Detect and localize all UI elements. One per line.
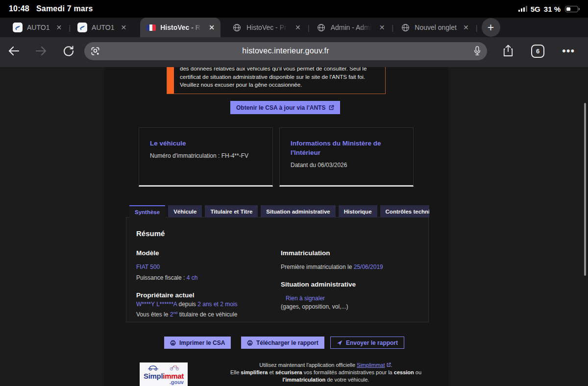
warning-line: certificat de situation administrative d… xyxy=(180,73,378,81)
tab-vehicule[interactable]: Véhicule xyxy=(168,205,202,217)
immatriculation-heading: Immatriculation xyxy=(281,249,418,257)
warning-accent-bar xyxy=(167,65,174,94)
tab-situation-administrative[interactable]: Situation administrative xyxy=(261,205,335,217)
menu-icon[interactable]: ••• xyxy=(562,48,575,53)
footer-bold: sécurisera xyxy=(275,369,302,375)
page-content: des données relatives aux véhicules qu'i… xyxy=(0,65,588,386)
ministry-card-body: Datant du 06/03/2026 xyxy=(291,162,402,169)
ministry-card-title: Informations du Ministère de l'Intérieur xyxy=(291,139,402,157)
tab-controles-techniques[interactable]: Contrôles techniques xyxy=(380,205,429,217)
browser-tab-auto1-1[interactable]: AUTO1 ✕ xyxy=(7,18,68,37)
url-text[interactable]: histovec.interieur.gouv.fr xyxy=(84,47,487,55)
browser-tab-title: AUTO1 xyxy=(27,24,49,31)
csa-ants-button[interactable]: Obtenir le CSA à jour via l'ANTS xyxy=(230,101,340,114)
browser-tab-histovec-active[interactable]: HistoVec - Rap ✕ xyxy=(140,18,220,37)
print-csa-label: Imprimer le CSA xyxy=(179,339,225,346)
report-tabs: Synthèse Véhicule Titulaire et Titre Sit… xyxy=(129,205,429,217)
first-registration-label: Première immatriculation le xyxy=(281,264,354,270)
send-report-label: Envoyer le rapport xyxy=(346,339,398,346)
url-bar[interactable]: histovec.interieur.gouv.fr xyxy=(84,42,487,60)
browser-tab-title: HistoVec - Rap xyxy=(160,24,202,31)
tab-synthese[interactable]: Synthèse xyxy=(129,205,165,217)
status-bar: 10:48 Samedi 7 mars 5G 31 % xyxy=(0,0,588,18)
status-date: Samedi 7 mars xyxy=(36,4,93,13)
owner-rank-suffix: titulaire de ce véhicule xyxy=(177,311,237,318)
globe-icon xyxy=(232,23,242,32)
footer-line2: et xyxy=(268,369,275,375)
close-icon[interactable]: ✕ xyxy=(377,23,387,32)
new-tab-button[interactable]: + xyxy=(482,18,500,37)
simplimmat-link[interactable]: Simplimmat xyxy=(357,362,385,368)
tab-divider: | xyxy=(68,24,72,32)
send-report-button[interactable]: Envoyer le rapport xyxy=(330,337,404,349)
lens-icon[interactable] xyxy=(91,47,100,56)
auto1-favicon xyxy=(77,23,87,32)
print-csa-button[interactable]: Imprimer le CSA xyxy=(164,337,231,349)
signal-icon xyxy=(518,6,527,12)
browser-tab-strip: AUTO1 ✕ | AUTO1 ✕ HistoVec - Rap ✕ Histo… xyxy=(0,18,588,37)
forward-icon[interactable] xyxy=(27,46,55,56)
globe-icon xyxy=(317,23,326,32)
network-type: 5G xyxy=(531,5,540,13)
tab-divider: | xyxy=(475,24,479,32)
warning-banner: des données relatives aux véhicules qu'i… xyxy=(167,65,386,94)
fiscal-power-label: Puissance fiscale : xyxy=(136,274,187,281)
owner-since-label: depuis xyxy=(177,301,197,308)
owner-heading: Propriétaire actuel xyxy=(136,291,281,299)
close-icon[interactable]: ✕ xyxy=(119,23,129,32)
external-link-icon xyxy=(329,105,334,110)
close-icon[interactable]: ✕ xyxy=(207,23,217,32)
send-icon xyxy=(337,340,343,346)
footer-bold: simplifiera xyxy=(241,369,268,375)
footer-bold: l'immatriculation xyxy=(283,377,326,383)
simplimmat-logo: Simplimmat .gouv xyxy=(140,362,188,386)
situation-status: Rien à signaler xyxy=(286,295,325,302)
browser-tab-nouvel-onglet[interactable]: Nouvel onglet ✕ xyxy=(394,18,474,37)
report-actions: Imprimer le CSA Télécharger le rapport E… xyxy=(0,337,588,350)
tab-count-label: 6 xyxy=(531,45,544,58)
reload-icon[interactable] xyxy=(55,45,82,57)
owner-masked-name: W****Y L******A xyxy=(136,301,177,308)
vehicle-card: Le véhicule Numéro d'immatriculation : F… xyxy=(139,127,273,187)
first-registration-date: 25/06/2019 xyxy=(354,264,383,270)
mic-icon[interactable] xyxy=(474,46,481,56)
browser-tab-title: AUTO1 xyxy=(92,24,114,31)
share-icon[interactable] xyxy=(503,45,514,57)
model-name-link[interactable]: FIAT 500 xyxy=(136,264,160,270)
tab-titulaire-titre[interactable]: Titulaire et Titre xyxy=(205,205,258,217)
page-top-strip xyxy=(0,65,588,67)
clock: 10:48 xyxy=(9,4,29,13)
browser-tab-title: Admin - Admin xyxy=(331,24,373,31)
owner-rank-prefix: Vous êtes le xyxy=(136,311,170,318)
tab-count-button[interactable]: 6 xyxy=(531,45,544,58)
tab-historique[interactable]: Historique xyxy=(339,205,377,217)
vehicle-card-title: Le véhicule xyxy=(150,139,262,148)
battery-icon xyxy=(565,6,578,12)
auto1-favicon xyxy=(13,23,23,32)
synthese-panel: Résumé Modèle FIAT 500 Puissance fiscale… xyxy=(126,217,429,322)
download-report-button[interactable]: Télécharger le rapport xyxy=(241,337,324,349)
back-icon[interactable] xyxy=(0,46,27,56)
warning-line: Veuillez nous excuser pour la gêne occas… xyxy=(180,81,378,89)
browser-tab-histovec-pro[interactable]: HistoVec - Pro ✕ xyxy=(226,18,307,37)
browser-tab-admin[interactable]: Admin - Admin ✕ xyxy=(311,18,391,37)
csa-ants-label: Obtenir le CSA à jour via l'ANTS xyxy=(236,104,325,111)
close-icon[interactable]: ✕ xyxy=(461,23,471,32)
close-icon[interactable]: ✕ xyxy=(54,23,64,32)
browser-toolbar: histovec.interieur.gouv.fr 6 ••• xyxy=(0,37,588,65)
model-heading: Modèle xyxy=(136,249,281,257)
footer-bold: cession xyxy=(394,369,414,375)
french-flag-favicon xyxy=(146,23,156,32)
browser-tab-auto1-2[interactable]: AUTO1 ✕ xyxy=(72,18,132,37)
browser-tab-title: HistoVec - Pro xyxy=(246,24,289,31)
footer-line1-prefix: Utilisez maintenant l'application offici… xyxy=(259,362,357,368)
footer-line3: de votre véhicule. xyxy=(325,377,369,383)
logo-text-simpl: Simpl xyxy=(144,372,163,380)
resume-heading: Résumé xyxy=(136,229,418,238)
owner-rank-ordinal: nd xyxy=(173,311,177,315)
globe-icon xyxy=(400,23,410,32)
close-icon[interactable]: ✕ xyxy=(293,23,303,32)
download-report-label: Télécharger le rapport xyxy=(256,339,318,346)
footer-line2: ou xyxy=(414,369,421,375)
scrollbar-thumb[interactable] xyxy=(584,103,586,276)
